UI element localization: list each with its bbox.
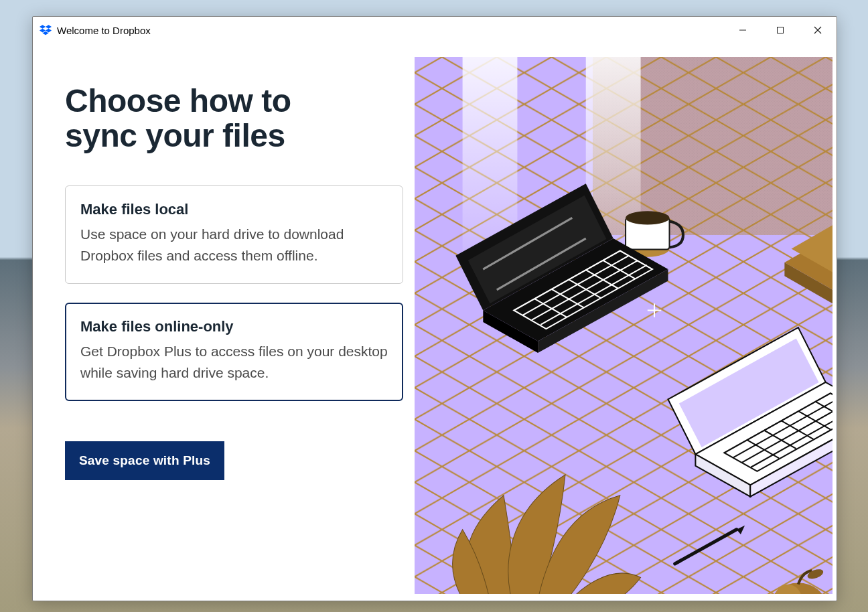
page-title: Choose how to sync your files bbox=[65, 84, 415, 153]
left-pane: Choose how to sync your files Make files… bbox=[33, 44, 415, 601]
dropbox-icon bbox=[40, 24, 52, 36]
dropbox-welcome-window: Welcome to Dropbox Choose how to sync yo… bbox=[32, 16, 837, 601]
option-description: Use space on your hard drive to download… bbox=[80, 224, 388, 267]
svg-rect-6 bbox=[778, 27, 784, 33]
isometric-illustration bbox=[415, 57, 833, 594]
minimize-button[interactable] bbox=[724, 17, 762, 44]
save-space-with-plus-button[interactable]: Save space with Plus bbox=[65, 441, 224, 480]
svg-marker-1 bbox=[46, 25, 52, 29]
illustration-pane bbox=[415, 57, 833, 594]
option-make-files-online-only[interactable]: Make files online-only Get Dropbox Plus … bbox=[65, 303, 403, 401]
option-description: Get Dropbox Plus to access files on your… bbox=[80, 341, 388, 384]
option-title: Make files local bbox=[80, 201, 388, 218]
option-title: Make files online-only bbox=[80, 318, 388, 335]
headline-line1: Choose how to bbox=[65, 83, 291, 119]
titlebar: Welcome to Dropbox bbox=[33, 17, 837, 44]
window-title: Welcome to Dropbox bbox=[57, 25, 151, 36]
option-make-files-local[interactable]: Make files local Use space on your hard … bbox=[65, 185, 403, 284]
svg-point-19 bbox=[626, 211, 669, 224]
svg-marker-0 bbox=[40, 25, 46, 29]
close-button[interactable] bbox=[799, 17, 837, 44]
maximize-button[interactable] bbox=[762, 17, 799, 44]
headline-line2: sync your files bbox=[65, 118, 285, 153]
dialog-content: Choose how to sync your files Make files… bbox=[33, 44, 837, 601]
